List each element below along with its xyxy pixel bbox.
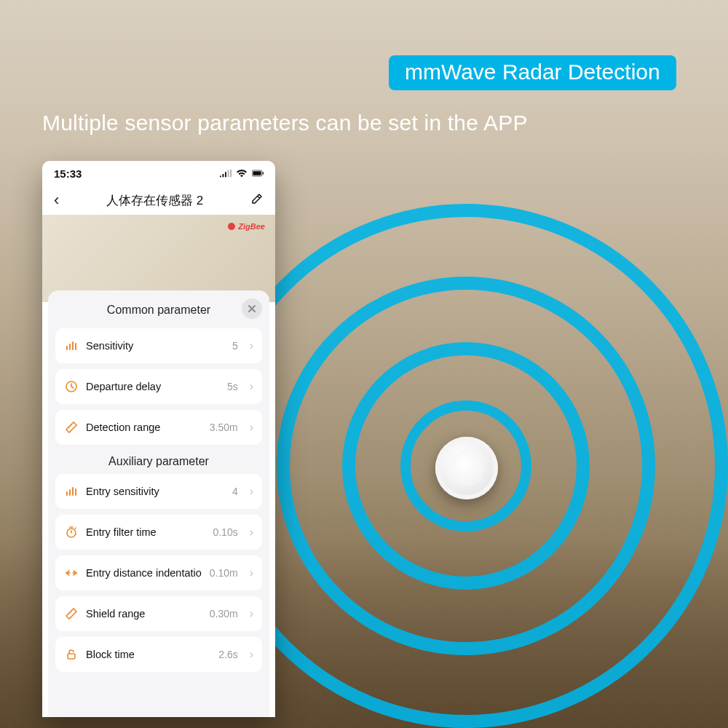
chevron-right-icon: › — [250, 421, 253, 434]
row-label: Shield range — [86, 608, 202, 620]
row-label: Entry sensitivity — [86, 486, 225, 497]
row-value: 4 — [232, 486, 238, 497]
row-value: 0.10m — [210, 567, 238, 579]
row-value: 2.6s — [218, 649, 237, 660]
chevron-right-icon: › — [250, 607, 253, 620]
row-block-time[interactable]: Block time 2.6s › — [55, 637, 262, 672]
clock-icon — [64, 380, 79, 393]
timer-icon — [64, 526, 79, 539]
row-label: Departure delay — [86, 381, 220, 392]
row-label: Entry filter time — [86, 526, 205, 538]
row-sensitivity[interactable]: Sensitivity 5 › — [55, 328, 262, 363]
chevron-right-icon: › — [250, 526, 253, 539]
feature-badge: mmWave Radar Detection — [389, 55, 676, 90]
svg-rect-2 — [263, 172, 264, 174]
row-value: 0.10s — [213, 526, 237, 538]
row-value: 0.30m — [210, 608, 238, 620]
row-departure-delay[interactable]: Departure delay 5s › — [55, 369, 262, 404]
ruler-icon — [64, 421, 79, 434]
radar-illustration — [277, 189, 728, 655]
row-shield-range[interactable]: Shield range 0.30m › — [55, 596, 262, 631]
protocol-badge: ZigBee — [228, 222, 265, 231]
close-button[interactable] — [242, 298, 262, 319]
page-title: 人体存在传感器 2 — [106, 192, 203, 209]
status-time: 15:33 — [54, 167, 82, 180]
chevron-right-icon: › — [250, 648, 253, 661]
close-icon — [248, 304, 256, 313]
phone-mockup: 15:33 ‹ 人体存在传感器 2 ZigBee Common paramete… — [42, 161, 275, 717]
row-detection-range[interactable]: Detection range 3.50m › — [55, 410, 262, 445]
device-hero: ZigBee — [42, 215, 275, 302]
status-icons — [220, 169, 264, 178]
battery-icon — [252, 169, 264, 178]
row-entry-sensitivity[interactable]: Entry sensitivity 4 › — [55, 474, 262, 509]
headline-text: Multiple sensor parameters can be set in… — [42, 111, 528, 135]
lock-icon — [64, 648, 79, 661]
chevron-right-icon: › — [250, 485, 253, 498]
bars-icon — [64, 485, 79, 498]
row-value: 5 — [232, 340, 238, 352]
svg-rect-5 — [68, 654, 75, 659]
ruler-icon — [64, 607, 79, 620]
status-bar: 15:33 — [42, 161, 275, 186]
section-title-auxiliary: Auxiliary parameter — [54, 455, 264, 468]
wifi-icon — [236, 169, 248, 178]
chevron-right-icon: › — [250, 339, 253, 352]
row-value: 5s — [227, 381, 238, 392]
row-label: Block time — [86, 649, 211, 660]
back-button[interactable]: ‹ — [54, 191, 59, 210]
signal-icon — [220, 169, 232, 178]
row-label: Sensitivity — [86, 340, 225, 352]
bars-icon — [64, 339, 79, 352]
settings-panel: Common parameter Sensitivity 5 › Departu… — [48, 290, 269, 717]
row-label: Entry distance indentatio — [86, 567, 202, 579]
chevron-right-icon: › — [250, 566, 253, 579]
section-title-common: Common parameter — [107, 304, 210, 317]
sensor-device — [435, 437, 498, 499]
edit-button[interactable] — [250, 192, 264, 209]
row-entry-distance[interactable]: Entry distance indentatio 0.10m › — [55, 555, 262, 590]
chevron-right-icon: › — [250, 380, 253, 393]
row-entry-filter-time[interactable]: Entry filter time 0.10s › — [55, 515, 262, 550]
arrows-collapse-icon — [64, 566, 79, 579]
app-navbar: ‹ 人体存在传感器 2 — [42, 186, 275, 215]
svg-rect-1 — [253, 171, 261, 175]
row-value: 3.50m — [210, 422, 238, 433]
row-label: Detection range — [86, 422, 202, 433]
